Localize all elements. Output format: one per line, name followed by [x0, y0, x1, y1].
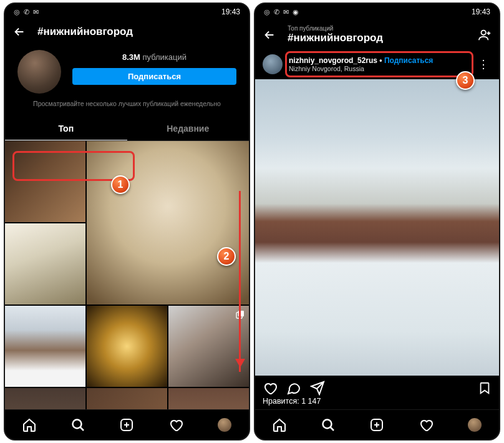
status-icon: ◉ — [293, 8, 299, 16]
nav-home-icon[interactable] — [22, 417, 37, 432]
bottom-nav — [5, 409, 249, 439]
post-actions — [255, 376, 499, 397]
tab-top[interactable]: Топ — [5, 117, 127, 140]
hashtag-count: 8.3M публикаций — [72, 52, 236, 62]
grid-cell[interactable] — [5, 223, 85, 304]
grid-cell[interactable] — [87, 306, 167, 387]
post-location[interactable]: Nizhniy Novgorod, Russia — [289, 65, 469, 72]
hashtag-hero: 8.3M публикаций Подписаться — [5, 44, 249, 94]
grid-cell[interactable] — [168, 306, 249, 387]
like-icon[interactable] — [263, 381, 278, 396]
comment-icon[interactable] — [286, 381, 301, 396]
status-icon: ✆ — [24, 8, 29, 16]
tab-recent[interactable]: Недавние — [127, 117, 250, 140]
status-bar: ◎ ✆ ✉ 19:43 — [5, 4, 249, 20]
status-time: 19:43 — [472, 7, 490, 16]
phone-right: ◎ ✆ ✉ ◉ 19:43 Топ публикаций #нижнийновг… — [254, 2, 500, 441]
likes-count[interactable]: Нравится: 1 147 — [255, 397, 499, 409]
status-icon: ✉ — [33, 8, 39, 16]
svg-rect-0 — [238, 311, 244, 316]
author-avatar[interactable] — [263, 54, 283, 74]
hashtag-title: #нижнийновгород — [288, 32, 467, 44]
nav-home-icon[interactable] — [272, 417, 287, 432]
bookmark-icon[interactable] — [478, 381, 492, 395]
hashtag-header: #нижнийновгород — [5, 20, 249, 44]
grid-cell-large[interactable] — [87, 141, 249, 304]
nav-add-icon[interactable] — [119, 417, 134, 432]
grid-cell[interactable] — [5, 141, 85, 222]
phone-left: ◎ ✆ ✉ 19:43 #нижнийновгород 8.3M публика… — [4, 2, 250, 441]
nav-activity-icon[interactable] — [419, 417, 434, 432]
follow-hint: Просматривайте несколько лучших публикац… — [5, 94, 249, 117]
post-header: Топ публикаций #нижнийновгород — [255, 20, 499, 49]
nav-add-icon[interactable] — [369, 417, 384, 432]
follow-button[interactable]: Подписаться — [72, 68, 236, 85]
status-bar: ◎ ✆ ✉ ◉ 19:43 — [255, 4, 499, 20]
grid-cell[interactable] — [168, 388, 249, 409]
status-icon: ◎ — [14, 8, 20, 16]
share-icon[interactable] — [310, 381, 325, 396]
nav-search-icon[interactable] — [70, 417, 85, 432]
svg-point-4 — [482, 30, 486, 34]
post-more-icon[interactable]: ⋮ — [475, 57, 492, 71]
hashtag-avatar — [17, 50, 61, 94]
nav-search-icon[interactable] — [321, 417, 336, 432]
add-person-icon[interactable] — [478, 28, 492, 42]
nav-profile-avatar[interactable] — [217, 417, 232, 432]
bottom-nav — [255, 409, 499, 439]
svg-point-2 — [73, 419, 82, 428]
svg-point-5 — [323, 419, 332, 428]
grid-cell[interactable] — [87, 388, 167, 409]
inline-follow-link[interactable]: Подписаться — [384, 56, 433, 65]
status-time: 19:43 — [221, 7, 240, 16]
hashtag-title: #нижнийновгород — [37, 26, 241, 38]
status-icon: ✉ — [283, 8, 289, 16]
posts-grid[interactable] — [5, 141, 249, 409]
tabs: Топ Недавние — [5, 117, 249, 141]
header-subtitle: Топ публикаций — [288, 25, 467, 32]
nav-activity-icon[interactable] — [168, 417, 183, 432]
post-author-row: nizhniy_novgorod_52rus • Подписаться Niz… — [255, 49, 499, 79]
grid-cell[interactable] — [5, 306, 85, 387]
carousel-icon — [235, 309, 245, 319]
back-button[interactable] — [12, 25, 26, 39]
author-username-line[interactable]: nizhniy_novgorod_52rus • Подписаться — [289, 56, 469, 65]
status-icon: ✆ — [274, 8, 279, 16]
back-button[interactable] — [263, 28, 276, 42]
grid-cell[interactable] — [5, 388, 85, 409]
status-icon: ◎ — [264, 8, 270, 16]
post-image[interactable] — [255, 79, 499, 376]
nav-profile-avatar[interactable] — [467, 417, 482, 432]
